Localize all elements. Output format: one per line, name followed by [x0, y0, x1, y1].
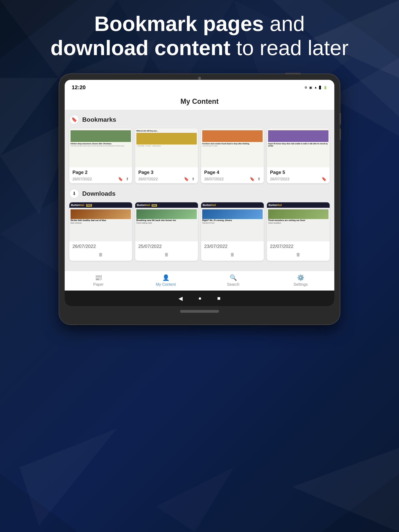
card-date-1: 26/07/2022	[72, 177, 92, 181]
burton-mail-logo-1: BurtonMail FREE	[69, 202, 132, 208]
paper-icon: 📰	[95, 274, 102, 281]
downloads-header: ⬇ Downloads	[69, 189, 330, 198]
burton-headline-2: Breathing new life back into former inn	[136, 219, 197, 222]
download-date-1: 26/07/2022	[72, 244, 129, 249]
sim-icon: ▣	[309, 86, 312, 89]
bookmark-card-2[interactable]: What £1.5m will buy you... ...in East St…	[135, 128, 198, 183]
nav-settings-label: Settings	[294, 282, 308, 287]
card-actions-2: 🔖 ⬆	[184, 177, 195, 181]
share-icon-3[interactable]: ⬆	[257, 177, 261, 181]
battery-icon: 🔋	[323, 86, 327, 89]
card-date-4: 26/07/2022	[270, 177, 290, 181]
card-date-row-2: 26/07/2022 🔖 ⬆	[138, 177, 195, 181]
bookmarks-title: Bookmarks	[82, 116, 116, 123]
download-info-1: 26/07/2022 🗑	[69, 241, 132, 261]
android-nav-bar: ◀ ● ■	[65, 291, 334, 306]
bookmark-icon-2[interactable]: 🔖	[184, 177, 189, 181]
nav-settings[interactable]: ⚙️ Settings	[267, 274, 334, 287]
burton-content-3: Right? No, it's wrong, drivers HOLIDAYS …	[201, 208, 264, 241]
trash-icon-2: 🗑	[164, 252, 169, 257]
card-page-1: Page 2	[72, 170, 129, 175]
card-actions-4: 🔖	[322, 177, 327, 181]
download-card-1[interactable]: BurtonMail FREE Stroke fells healthy dad…	[69, 202, 132, 261]
download-info-2: 25/07/2022 🗑	[135, 241, 198, 261]
card-date-3: 26/07/2022	[204, 177, 224, 181]
status-icons: ⚙ ▣ ▲ ▊ 🔋	[304, 86, 327, 89]
gear-icon: ⚙	[304, 86, 307, 89]
home-button[interactable]: ●	[198, 295, 202, 301]
downloads-section: ⬇ Downloads BurtonMail FREE	[69, 189, 330, 261]
bookmark-icon-3[interactable]: 🔖	[250, 177, 255, 181]
status-bar: 12:20 ⚙ ▣ ▲ ▊ 🔋	[65, 80, 334, 94]
download-date-3: 23/07/2022	[204, 244, 261, 249]
bookmark-thumb-1: Kitchen shop announces closure after Chr…	[69, 128, 132, 167]
nav-search[interactable]: 🔍 Search	[200, 274, 267, 287]
download-card-3[interactable]: BurtonMail Right? No, it's wrong, driver…	[201, 202, 264, 261]
my-content-icon: 👤	[162, 274, 169, 281]
screen-title: My Content	[180, 97, 219, 105]
thumb-image-3	[202, 130, 263, 142]
bookmark-icon-1[interactable]: 🔖	[118, 177, 123, 181]
bookmark-card-1[interactable]: Kitchen shop announces closure after Chr…	[69, 128, 132, 183]
thumb-text-3: Local news report on incident.	[202, 145, 263, 147]
home-pill	[180, 310, 219, 313]
bookmark-icon-4[interactable]: 🔖	[322, 177, 327, 181]
share-icon-2[interactable]: ⬆	[192, 177, 195, 181]
share-icon-1[interactable]: ⬆	[126, 177, 129, 181]
thumb-text-1: Local news story about a kitchen shop in…	[71, 145, 131, 147]
bookmark-thumb-4: Super-fit former Navy diver dad unable t…	[267, 128, 330, 167]
download-card-2[interactable]: BurtonMail FREE Breathing new life back …	[135, 202, 198, 261]
bookmark-thumb-3: Furniture store worker found dead in sho…	[201, 128, 264, 167]
tablet-frame: 12:20 ⚙ ▣ ▲ ▊ 🔋 My Content 🔖	[59, 74, 340, 324]
thumb-image-1	[71, 130, 131, 142]
newspaper-page-5: Super-fit former Navy diver dad unable t…	[267, 128, 330, 167]
content-area: 🔖 Bookmarks Kitchen shop announces closu…	[65, 110, 334, 271]
delete-btn-2[interactable]: 🗑	[138, 251, 195, 259]
recents-button[interactable]: ■	[217, 295, 220, 301]
burton-headline-4: 'Feral monsters are ruining our lives'	[268, 219, 328, 222]
delete-btn-1[interactable]: 🗑	[72, 251, 129, 259]
bookmark-section-icon: 🔖	[69, 115, 79, 124]
thumb-headline-3: Furniture store worker found dead in sho…	[202, 143, 263, 145]
card-actions-3: 🔖 ⬆	[250, 177, 261, 181]
trash-icon-4: 🗑	[296, 252, 300, 257]
tablet-right-button-1	[339, 113, 341, 125]
thumb-headline-4: Super-fit former Navy diver dad unable t…	[268, 143, 328, 147]
bookmark-card-3[interactable]: Furniture store worker found dead in sho…	[201, 128, 264, 183]
card-page-4: Page 5	[270, 170, 327, 175]
nav-paper[interactable]: 📰 Paper	[65, 274, 132, 287]
burton-content-1: Stroke fells healthy dad out of blue Mis…	[69, 208, 132, 241]
bookmark-card-4[interactable]: Super-fit former Navy diver dad unable t…	[267, 128, 330, 183]
home-indicator	[65, 306, 334, 315]
download-thumb-2: BurtonMail FREE Breathing new life back …	[135, 202, 198, 241]
bookmark-thumb-2: What £1.5m will buy you... ...in East St…	[135, 128, 198, 167]
newspaper-page-4: Furniture store worker found dead in sho…	[201, 128, 264, 167]
bookmarks-grid: Kitchen shop announces closure after Chr…	[69, 128, 330, 183]
trash-icon-1: 🗑	[99, 252, 103, 257]
delete-btn-4[interactable]: 🗑	[270, 251, 327, 259]
bookmarks-section: 🔖 Bookmarks Kitchen shop announces closu…	[69, 115, 330, 183]
download-info-3: 23/07/2022 🗑	[201, 241, 264, 261]
downloads-title: Downloads	[82, 190, 116, 197]
back-button[interactable]: ◀	[179, 295, 183, 302]
download-info-4: 22/07/2022 🗑	[267, 241, 330, 261]
thumb-image-2	[136, 133, 197, 145]
card-date-2: 26/07/2022	[138, 177, 158, 181]
download-thumb-4: BurtonMail 'Feral monsters are ruining o…	[267, 202, 330, 241]
bookmark-info-4: Page 5 26/07/2022 🔖	[267, 167, 330, 183]
burton-headline-3: Right? No, it's wrong, drivers	[202, 219, 263, 222]
svg-marker-12	[156, 467, 234, 532]
tablet-right-button-2	[339, 128, 341, 140]
delete-btn-3[interactable]: 🗑	[204, 251, 261, 259]
trash-icon-3: 🗑	[230, 252, 235, 257]
nav-my-content[interactable]: 👤 My Content	[132, 274, 200, 287]
download-thumb-3: BurtonMail Right? No, it's wrong, driver…	[201, 202, 264, 241]
burton-sub-4: Street vandalism	[268, 222, 328, 224]
download-card-4[interactable]: BurtonMail 'Feral monsters are ruining o…	[267, 202, 330, 261]
tablet-device: 12:20 ⚙ ▣ ▲ ▊ 🔋 My Content 🔖	[59, 74, 340, 324]
settings-icon: ⚙️	[297, 274, 304, 281]
burton-sub-3: HOLIDAYS £10	[202, 222, 263, 224]
card-page-3: Page 4	[204, 170, 261, 175]
download-date-4: 22/07/2022	[270, 244, 327, 249]
nav-search-label: Search	[227, 282, 239, 287]
